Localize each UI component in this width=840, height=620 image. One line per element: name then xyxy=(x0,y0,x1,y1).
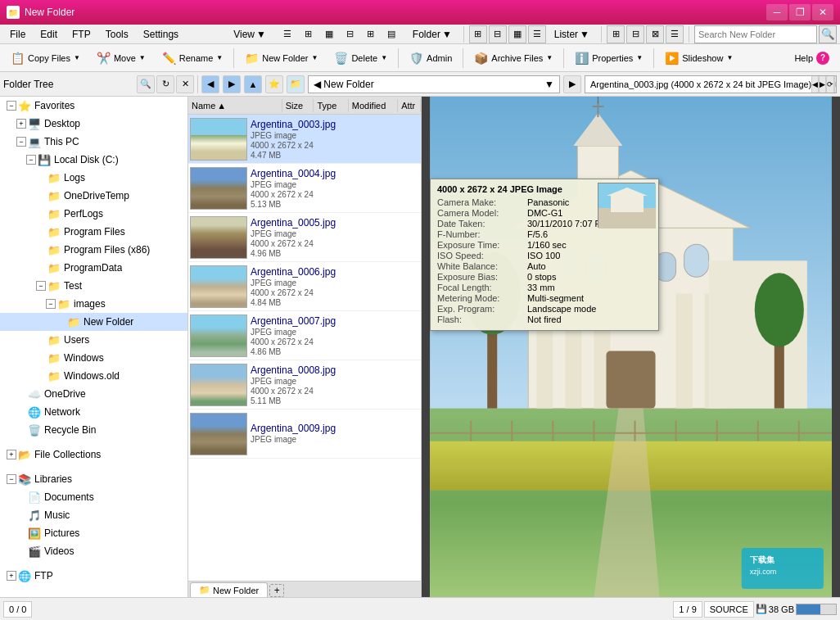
tree-item-desktop[interactable]: + 🖥️ Desktop xyxy=(0,115,187,133)
img-nav-next[interactable]: ▶ xyxy=(819,75,826,93)
lister-btn-1[interactable]: ⊞ xyxy=(607,25,625,43)
menu-edit[interactable]: Edit xyxy=(34,27,64,42)
tree-close-btn[interactable]: ✕ xyxy=(176,75,194,93)
tree-refresh-btn[interactable]: ↻ xyxy=(156,75,174,93)
local-disk-expand-icon[interactable]: − xyxy=(26,155,36,165)
slideshow-button[interactable]: ▶️ Slideshow ▼ xyxy=(657,47,740,70)
tree-item-users[interactable]: 📁 Users xyxy=(0,331,187,349)
tree-item-onedrive[interactable]: ☁️ OneDrive xyxy=(0,385,187,403)
img-nav-fit[interactable]: ⊠ xyxy=(834,75,837,93)
tree-item-windows-old[interactable]: 📁 Windows.old xyxy=(0,367,187,385)
view-icons-btn[interactable]: ⊞ xyxy=(361,26,380,43)
tree-item-perflogs[interactable]: 📁 PerfLogs xyxy=(0,205,187,223)
ftp-expand-icon[interactable]: + xyxy=(7,571,16,581)
tree-item-music[interactable]: 🎵 Music xyxy=(0,506,187,524)
lister-btn-3[interactable]: ⊠ xyxy=(646,25,664,43)
view-toggle-3[interactable]: ▦ xyxy=(508,25,526,43)
view-details-btn[interactable]: ☰ xyxy=(278,26,297,43)
archive-button[interactable]: 📦 Archive Files ▼ xyxy=(467,47,560,70)
tree-item-network[interactable]: 🌐 Network xyxy=(0,403,187,421)
menu-view[interactable]: View ▼ xyxy=(227,27,273,42)
tree-item-file-collections[interactable]: + 📂 File Collections xyxy=(0,446,187,464)
nav-up-btn[interactable]: ▲ xyxy=(244,75,262,93)
file-item[interactable]: Argentina_0006.jpg JPEG image 4000 x 267… xyxy=(188,262,421,311)
favorites-expand-icon[interactable]: − xyxy=(7,101,16,111)
images-expand-icon[interactable]: − xyxy=(46,299,56,309)
tree-item-this-pc[interactable]: − 💻 This PC xyxy=(0,133,187,151)
file-item[interactable]: Argentina_0007.jpg JPEG image 4000 x 267… xyxy=(188,311,421,360)
file-item[interactable]: Argentina_0008.jpg JPEG image 4000 x 267… xyxy=(188,360,421,410)
menu-file[interactable]: File xyxy=(3,27,32,42)
libraries-expand-icon[interactable]: − xyxy=(7,474,16,484)
path-box[interactable]: ◀ New Folder ▼ xyxy=(308,75,560,93)
panel-toggle-btn[interactable]: ▶ xyxy=(563,75,581,93)
file-list-body[interactable]: Argentina_0003.jpg JPEG image 4000 x 267… xyxy=(188,115,421,581)
menu-settings[interactable]: Settings xyxy=(137,27,185,42)
tree-item-new-folder[interactable]: 📁 New Folder xyxy=(0,313,187,331)
rename-button[interactable]: ✏️ Rename ▼ xyxy=(155,47,231,70)
tab-add-button[interactable]: + xyxy=(269,584,284,597)
view-tiles-btn[interactable]: ⊞ xyxy=(299,26,318,43)
menu-folder[interactable]: Folder ▼ xyxy=(406,27,458,42)
menu-tools[interactable]: Tools xyxy=(99,27,135,42)
nav-back-btn[interactable]: ◀ xyxy=(201,75,219,93)
tree-item-recycle-bin[interactable]: 🗑️ Recycle Bin xyxy=(0,421,187,439)
menu-lister[interactable]: Lister ▼ xyxy=(548,27,596,42)
tree-item-pictures[interactable]: 🖼️ Pictures xyxy=(0,524,187,542)
copy-files-button[interactable]: 📋 Copy Files ▼ xyxy=(3,47,88,70)
tree-item-test[interactable]: − 📁 Test xyxy=(0,277,187,295)
col-header-attr[interactable]: Attr xyxy=(398,99,421,112)
nav-forward-btn[interactable]: ▶ xyxy=(223,75,241,93)
tree-item-local-disk[interactable]: − 💾 Local Disk (C:) xyxy=(0,151,187,169)
view-list-btn[interactable]: ▦ xyxy=(319,26,339,43)
test-expand-icon[interactable]: − xyxy=(36,281,46,291)
this-pc-expand-icon[interactable]: − xyxy=(16,137,26,147)
view-toggle-2[interactable]: ⊟ xyxy=(489,25,507,43)
tree-search-btn[interactable]: 🔍 xyxy=(137,75,155,93)
file-item[interactable]: Argentina_0004.jpg JPEG image 4000 x 267… xyxy=(188,164,421,213)
lister-btn-4[interactable]: ☰ xyxy=(666,25,684,43)
file-item[interactable]: Argentina_0003.jpg JPEG image 4000 x 267… xyxy=(188,115,421,164)
view-toggle-1[interactable]: ⊞ xyxy=(469,25,487,43)
tree-item-programdata[interactable]: 📁 ProgramData xyxy=(0,259,187,277)
properties-button[interactable]: ℹ️ Properties ▼ xyxy=(567,47,650,70)
lister-btn-2[interactable]: ⊟ xyxy=(626,25,644,43)
view-extra-btn[interactable]: ▤ xyxy=(382,26,401,43)
menu-ftp[interactable]: FTP xyxy=(65,27,97,42)
restore-button[interactable]: ❐ xyxy=(789,4,811,20)
minimize-button[interactable]: ─ xyxy=(766,4,788,20)
move-button[interactable]: ✂️ Move ▼ xyxy=(89,47,153,70)
file-item[interactable]: Argentina_0009.jpg JPEG image xyxy=(188,410,421,459)
tree-item-onedrivetemp[interactable]: 📁 OneDriveTemp xyxy=(0,187,187,205)
tab-new-folder[interactable]: 📁 New Folder xyxy=(190,582,268,597)
new-folder-button[interactable]: 📁 New Folder ▼ xyxy=(237,47,325,70)
col-header-size[interactable]: Size xyxy=(282,99,314,112)
collections-expand-icon[interactable]: + xyxy=(7,450,16,459)
tree-item-libraries[interactable]: − 📚 Libraries xyxy=(0,470,187,488)
file-item[interactable]: Argentina_0005.jpg JPEG image 4000 x 267… xyxy=(188,213,421,262)
tree-item-program-files[interactable]: 📁 Program Files xyxy=(0,223,187,241)
preview-image-area[interactable]: 下载集 xzji.com 4000 x 2672 x 24 JPEG Image… xyxy=(422,97,840,597)
nav-home-btn[interactable]: ⭐ xyxy=(265,75,283,93)
delete-button[interactable]: 🗑️ Delete ▼ xyxy=(327,47,395,70)
tree-item-favorites[interactable]: − ⭐ Favorites xyxy=(0,97,187,115)
close-button[interactable]: ✕ xyxy=(812,4,833,20)
search-input[interactable] xyxy=(694,25,817,43)
help-button[interactable]: Help ? xyxy=(787,47,837,70)
search-button[interactable]: 🔍 xyxy=(819,25,837,43)
tree-item-windows[interactable]: 📁 Windows xyxy=(0,349,187,367)
tree-item-videos[interactable]: 🎬 Videos xyxy=(0,542,187,560)
col-header-name[interactable]: Name ▲ xyxy=(188,99,282,112)
col-header-modified[interactable]: Modified xyxy=(349,99,398,112)
tree-item-documents[interactable]: 📄 Documents xyxy=(0,488,187,506)
admin-button[interactable]: 🛡️ Admin xyxy=(402,47,459,70)
tree-item-logs[interactable]: 📁 Logs xyxy=(0,169,187,187)
desktop-expand-icon[interactable]: + xyxy=(16,119,26,129)
img-nav-prev[interactable]: ◀ xyxy=(811,75,819,93)
tree-item-program-files-x86[interactable]: 📁 Program Files (x86) xyxy=(0,241,187,259)
view-toggle-4[interactable]: ☰ xyxy=(528,25,546,43)
view-thumb-btn[interactable]: ⊟ xyxy=(341,26,359,43)
img-nav-home[interactable]: ⟳ xyxy=(826,75,834,93)
col-header-type[interactable]: Type xyxy=(314,99,348,112)
tree-item-ftp[interactable]: + 🌐 FTP xyxy=(0,567,187,585)
